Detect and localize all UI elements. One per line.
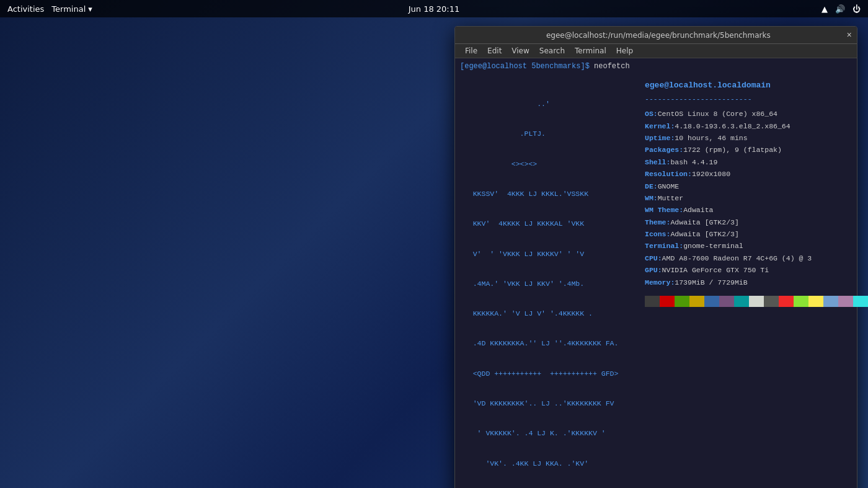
power-icon: ⏻	[852, 4, 861, 14]
info-os: OS: CentOS Linux 8 (Core) x86_64	[645, 109, 868, 120]
color-swatch-2	[675, 296, 689, 307]
color-swatch-0	[645, 296, 660, 307]
color-swatch-8	[764, 296, 779, 307]
ascii-art: ..' .PLTJ. <><><> KKSSV' 4KKK LJ KKKL.'V…	[460, 79, 640, 488]
info-memory: Memory: 1739MiB / 7729MiB	[645, 277, 868, 288]
color-bar	[645, 296, 868, 307]
topbar-datetime: Jun 18 20:11	[409, 4, 460, 14]
info-icons: Icons: Adwaita [GTK2/3]	[645, 229, 868, 240]
info-resolution: Resolution: 1920x1080	[645, 169, 868, 180]
menu-view[interactable]: View	[507, 45, 534, 56]
menu-file[interactable]: File	[460, 45, 482, 56]
info-wm: WM: Mutter	[645, 193, 868, 204]
info-theme: Theme: Adwaita [GTK2/3]	[645, 217, 868, 228]
info-wm-theme: WM Theme: Adwaita	[645, 205, 868, 216]
activities-button[interactable]: Activities	[7, 4, 44, 14]
info-cpu: CPU: AMD A8-7600 Radeon R7 4C+6G (4) @ 3	[645, 253, 868, 264]
terminal-menu-button[interactable]: Terminal ▾	[51, 4, 92, 14]
topbar-right-icons: ▲ 🔊 ⏻	[822, 4, 861, 14]
neofetch-info: egee@localhost.localdomain -------------…	[640, 79, 868, 488]
info-terminal: Terminal: gnome-terminal	[645, 241, 868, 252]
info-de: DE: GNOME	[645, 181, 868, 192]
terminal-menu-label: Terminal	[51, 4, 86, 14]
info-packages: Packages: 1722 (rpm), 9 (flatpak)	[645, 144, 868, 156]
color-swatch-6	[734, 296, 749, 307]
color-swatch-10	[794, 296, 808, 307]
terminal-menu-chevron: ▾	[88, 4, 92, 14]
terminal-window: egee@localhost:/run/media/egee/brunchmar…	[454, 26, 857, 488]
color-swatch-7	[749, 296, 764, 307]
info-kernel: Kernel: 4.18.0-193.6.3.el8_2.x86_64	[645, 121, 868, 132]
menu-edit[interactable]: Edit	[482, 45, 507, 56]
terminal-menubar: File Edit View Search Terminal Help	[455, 44, 857, 58]
menu-help[interactable]: Help	[611, 45, 638, 56]
color-swatch-13	[838, 296, 853, 307]
hostname: egee@localhost.localdomain	[645, 79, 868, 92]
neofetch-command: neofetch	[594, 62, 630, 71]
menu-terminal[interactable]: Terminal	[570, 45, 611, 56]
color-swatch-4	[704, 296, 719, 307]
color-swatch-11	[808, 296, 823, 307]
terminal-title: egee@localhost:/run/media/egee/brunchmar…	[470, 31, 847, 40]
color-swatch-9	[779, 296, 794, 307]
color-swatch-3	[689, 296, 704, 307]
color-swatch-5	[719, 296, 734, 307]
color-swatch-1	[660, 296, 675, 307]
terminal-first-prompt: [egee@localhost 5benchmarks]$ neofetch	[455, 58, 857, 74]
terminal-body: ..' .PLTJ. <><><> KKSSV' 4KKK LJ KKKL.'V…	[455, 74, 857, 488]
prompt-user-1: [egee@localhost 5benchmarks]$	[460, 62, 590, 71]
terminal-titlebar: egee@localhost:/run/media/egee/brunchmar…	[455, 27, 857, 44]
info-shell: Shell: bash 4.4.19	[645, 157, 868, 168]
terminal-close-button[interactable]: ×	[847, 31, 852, 40]
color-swatch-14	[853, 296, 868, 307]
menu-search[interactable]: Search	[534, 45, 570, 56]
volume-icon: 🔊	[835, 4, 845, 14]
info-uptime: Uptime: 10 hours, 46 mins	[645, 133, 868, 144]
color-swatch-12	[823, 296, 838, 307]
info-gpu: GPU: NVIDIA GeForce GTX 750 Ti	[645, 265, 868, 276]
signal-icon: ▲	[822, 4, 828, 14]
topbar: Activities Terminal ▾ Jun 18 20:11 ▲ 🔊 ⏻	[0, 0, 868, 17]
info-divider: -------------------------	[645, 94, 868, 105]
